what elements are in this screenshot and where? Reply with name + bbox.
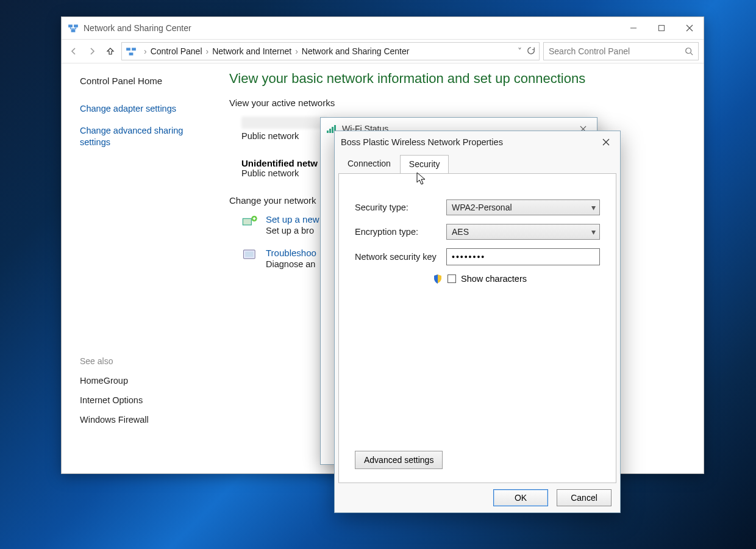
troubleshoot-link[interactable]: Troubleshoo bbox=[266, 248, 316, 258]
cancel-button[interactable]: Cancel bbox=[557, 489, 612, 506]
security-tab-panel: Security type: WPA2-Personal ▾ Encryptio… bbox=[338, 173, 616, 483]
encryption-type-label: Encryption type: bbox=[355, 227, 446, 237]
navigation-bar: › Control Panel › Network and Internet ›… bbox=[62, 39, 704, 63]
security-type-combo[interactable]: WPA2-Personal ▾ bbox=[446, 199, 600, 215]
maximize-button[interactable] bbox=[647, 19, 676, 37]
security-type-value: WPA2-Personal bbox=[452, 203, 512, 212]
windows-firewall-link[interactable]: Windows Firewall bbox=[80, 415, 205, 425]
network-name-redacted bbox=[241, 117, 327, 129]
ok-button[interactable]: OK bbox=[493, 489, 548, 506]
tab-connection[interactable]: Connection bbox=[338, 154, 400, 173]
breadcrumb-network-internet[interactable]: Network and Internet bbox=[212, 46, 291, 56]
svg-rect-17 bbox=[329, 129, 331, 133]
chevron-down-icon: ▾ bbox=[591, 203, 596, 212]
active-networks-heading: View your active networks bbox=[229, 98, 691, 108]
uac-shield-icon bbox=[433, 274, 443, 284]
chevron-right-icon: › bbox=[295, 46, 298, 56]
nav-back-button[interactable] bbox=[66, 44, 81, 59]
svg-rect-15 bbox=[245, 251, 254, 257]
chevron-down-icon: ▾ bbox=[591, 227, 596, 237]
svg-rect-2 bbox=[71, 29, 76, 32]
network-security-key-input[interactable] bbox=[446, 248, 600, 265]
see-also-heading: See also bbox=[80, 356, 205, 366]
tab-security[interactable]: Security bbox=[400, 155, 449, 174]
nav-up-button[interactable] bbox=[103, 44, 118, 59]
sidebar: Control Panel Home Change adapter settin… bbox=[62, 63, 217, 473]
security-type-label: Security type: bbox=[355, 203, 446, 212]
change-adapter-settings-link[interactable]: Change adapter settings bbox=[80, 103, 205, 115]
setup-new-connection-link[interactable]: Set up a new bbox=[266, 214, 319, 224]
refresh-icon[interactable] bbox=[527, 46, 535, 55]
control-panel-home-link[interactable]: Control Panel Home bbox=[80, 76, 205, 86]
network-key-label: Network security key bbox=[355, 252, 446, 262]
search-icon bbox=[685, 47, 693, 56]
properties-close-button[interactable] bbox=[592, 133, 620, 151]
address-bar[interactable]: › Control Panel › Network and Internet ›… bbox=[121, 42, 540, 60]
page-heading: View your basic network information and … bbox=[229, 71, 691, 87]
setup-connection-desc: Set up a bro bbox=[266, 226, 319, 235]
svg-rect-4 bbox=[659, 26, 665, 31]
breadcrumb-network-sharing[interactable]: Network and Sharing Center bbox=[302, 46, 410, 56]
main-window-title: Network and Sharing Center bbox=[84, 23, 191, 33]
show-characters-label: Show characters bbox=[461, 274, 527, 284]
svg-rect-8 bbox=[132, 48, 136, 51]
troubleshoot-desc: Diagnose an bbox=[266, 259, 316, 269]
svg-rect-12 bbox=[243, 218, 251, 225]
address-dropdown-icon[interactable]: ˅ bbox=[518, 46, 522, 56]
svg-rect-7 bbox=[126, 48, 130, 51]
change-advanced-sharing-link[interactable]: Change advanced sharing settings bbox=[80, 125, 205, 149]
search-placeholder: Search Control Panel bbox=[549, 46, 630, 56]
advanced-settings-button[interactable]: Advanced settings bbox=[355, 451, 443, 469]
svg-rect-16 bbox=[327, 131, 329, 133]
chevron-right-icon: › bbox=[206, 46, 209, 56]
close-button[interactable] bbox=[676, 19, 704, 37]
svg-rect-18 bbox=[332, 127, 333, 133]
setup-connection-icon bbox=[241, 214, 259, 229]
properties-dialog-title: Boss Plastic Wireless Network Properties bbox=[341, 137, 503, 147]
encryption-type-value: AES bbox=[452, 227, 469, 237]
svg-line-11 bbox=[691, 53, 693, 56]
svg-rect-1 bbox=[74, 24, 78, 27]
minimize-button[interactable] bbox=[619, 19, 647, 37]
wireless-properties-dialog: Boss Plastic Wireless Network Properties… bbox=[334, 131, 621, 513]
troubleshoot-icon bbox=[241, 248, 259, 262]
homegroup-link[interactable]: HomeGroup bbox=[80, 376, 205, 386]
search-input[interactable]: Search Control Panel bbox=[543, 42, 699, 60]
address-icon bbox=[126, 46, 137, 57]
chevron-right-icon: › bbox=[144, 46, 147, 56]
breadcrumb-control-panel[interactable]: Control Panel bbox=[151, 46, 202, 56]
internet-options-link[interactable]: Internet Options bbox=[80, 395, 205, 405]
svg-rect-0 bbox=[68, 24, 73, 27]
svg-rect-9 bbox=[129, 52, 134, 56]
svg-point-10 bbox=[686, 48, 691, 54]
nav-forward-button[interactable] bbox=[85, 44, 99, 59]
show-characters-checkbox[interactable] bbox=[448, 274, 456, 283]
encryption-type-combo[interactable]: AES ▾ bbox=[446, 224, 600, 240]
main-titlebar: Network and Sharing Center bbox=[62, 17, 704, 39]
network-center-icon bbox=[68, 23, 79, 34]
tab-strip: Connection Security bbox=[335, 154, 620, 173]
